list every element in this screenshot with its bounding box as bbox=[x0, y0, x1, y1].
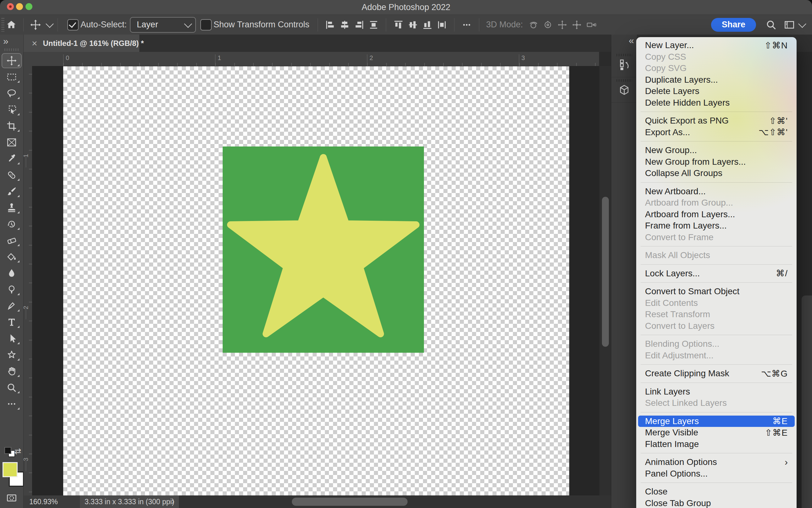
screen-mode-button[interactable] bbox=[0, 506, 23, 508]
align-right-edges-button[interactable] bbox=[352, 17, 366, 32]
align-top-edges-button[interactable] bbox=[391, 17, 406, 32]
history-panel-button[interactable] bbox=[611, 52, 637, 77]
menu-item-panel-options[interactable]: Panel Options... bbox=[638, 468, 795, 480]
distribute-horizontal-button[interactable] bbox=[366, 17, 381, 32]
tool-lasso[interactable] bbox=[0, 85, 23, 101]
vertical-scrollbar[interactable] bbox=[599, 66, 611, 496]
vertical-ruler[interactable]: 123 bbox=[24, 66, 32, 496]
tools-panel-grip[interactable] bbox=[4, 48, 19, 51]
menu-item-artboard-from-layers[interactable]: Artboard from Layers... bbox=[638, 209, 795, 220]
tool-zoom[interactable] bbox=[0, 379, 23, 396]
tool-eyedropper[interactable] bbox=[0, 151, 23, 167]
menu-item-link-layers[interactable]: Link Layers bbox=[638, 386, 795, 398]
expand-tools-icon[interactable]: » bbox=[3, 36, 7, 46]
menu-item-flatten-image[interactable]: Flatten Image bbox=[638, 438, 795, 450]
menu-item-collapse-all-groups[interactable]: Collapse All Groups bbox=[638, 168, 795, 179]
tool-clone-stamp[interactable] bbox=[0, 200, 23, 216]
menu-item-export-as[interactable]: Export As...⌥⇧⌘' bbox=[638, 127, 795, 138]
collapse-panels-icon[interactable]: « bbox=[628, 35, 633, 46]
menu-item-merge-visible[interactable]: Merge Visible⇧⌘E bbox=[638, 427, 795, 438]
menu-item-delete-hidden-layers[interactable]: Delete Hidden Layers bbox=[638, 97, 795, 109]
tool-move[interactable] bbox=[0, 52, 23, 69]
camera-3d-button[interactable] bbox=[584, 17, 599, 32]
roll-3d-button[interactable] bbox=[540, 17, 555, 32]
menu-item-create-clipping-mask[interactable]: Create Clipping Mask⌥⌘G bbox=[638, 368, 795, 379]
menu-item-new-artboard[interactable]: New Artboard... bbox=[638, 186, 795, 198]
document-tab-bar: × Untitled-1 @ 161% (RGB/8) * bbox=[24, 35, 611, 52]
foreground-color-swatch[interactable] bbox=[2, 462, 17, 477]
options-bar: Auto-Select: Layer Show Transform Contro… bbox=[0, 15, 812, 35]
quick-mask-button[interactable] bbox=[0, 490, 23, 506]
tool-gradient[interactable] bbox=[0, 249, 23, 265]
menu-item-lock-layers[interactable]: Lock Layers...⌘/ bbox=[638, 268, 795, 280]
menu-item-new-group-from-layers[interactable]: New Group from Layers... bbox=[638, 156, 795, 168]
window-title: Adobe Photoshop 2022 bbox=[0, 0, 812, 14]
menu-item-quick-export-as-png[interactable]: Quick Export as PNG⇧⌘' bbox=[638, 115, 795, 127]
document-tab[interactable]: × Untitled-1 @ 161% (RGB/8) * bbox=[24, 35, 139, 52]
swap-colors-icon[interactable]: ⇄ bbox=[14, 447, 22, 456]
menu-item-merge-layers[interactable]: Merge Layers⌘E bbox=[638, 416, 795, 427]
ruler-corner[interactable] bbox=[24, 52, 32, 66]
tool-brush[interactable] bbox=[0, 183, 23, 200]
menu-divider bbox=[641, 141, 792, 141]
orbit-3d-button[interactable] bbox=[526, 17, 540, 32]
status-options-chevron-icon[interactable]: › bbox=[171, 496, 174, 506]
default-colors-foreground-icon[interactable] bbox=[4, 447, 11, 454]
tool-crop[interactable] bbox=[0, 118, 23, 134]
tool-spot-healing-brush[interactable] bbox=[0, 167, 23, 183]
share-button[interactable]: Share bbox=[711, 18, 756, 32]
menu-divider bbox=[641, 453, 792, 453]
tool-pen[interactable] bbox=[0, 298, 23, 314]
tool-hand[interactable] bbox=[0, 363, 23, 379]
custom-shape-icon bbox=[6, 349, 17, 360]
menu-item-delete-layers[interactable]: Delete Layers bbox=[638, 85, 795, 97]
tool-path-selection[interactable] bbox=[0, 330, 23, 347]
tool-type[interactable] bbox=[0, 314, 23, 330]
auto-select-checkbox[interactable] bbox=[67, 19, 79, 31]
tool-object-selection[interactable] bbox=[0, 101, 23, 118]
home-icon[interactable] bbox=[4, 18, 18, 32]
workspace-icon[interactable] bbox=[782, 18, 796, 32]
tool-frame[interactable] bbox=[0, 134, 23, 151]
align-horizontal-centers-button[interactable] bbox=[337, 17, 352, 32]
tool-custom-shape[interactable] bbox=[0, 347, 23, 363]
tool-preset-chevron-icon[interactable] bbox=[46, 20, 53, 28]
show-transform-checkbox[interactable] bbox=[200, 19, 212, 31]
align-left-edges-button[interactable] bbox=[323, 17, 337, 32]
horizontal-scrollbar-thumb[interactable] bbox=[292, 498, 408, 506]
tool-blur[interactable] bbox=[0, 265, 23, 281]
menu-item-convert-to-smart-object[interactable]: Convert to Smart Object bbox=[638, 286, 795, 297]
vertical-scrollbar-thumb[interactable] bbox=[602, 197, 609, 347]
menu-item-frame-from-layers[interactable]: Frame from Layers... bbox=[638, 220, 795, 232]
zoom-level-field[interactable]: 160.93% bbox=[24, 496, 80, 508]
tool-history-brush[interactable] bbox=[0, 216, 23, 232]
menu-item-new-layer[interactable]: New Layer...⇧⌘N bbox=[638, 40, 795, 51]
menu-item-close[interactable]: Close bbox=[638, 486, 795, 498]
canvas-area[interactable] bbox=[32, 66, 599, 496]
star-artwork[interactable] bbox=[222, 146, 424, 353]
options-bar-grip[interactable] bbox=[1, 18, 4, 32]
distribute-vertical-button[interactable] bbox=[435, 17, 449, 32]
close-tab-icon[interactable]: × bbox=[32, 35, 37, 52]
align-bottom-edges-button[interactable] bbox=[420, 17, 435, 32]
menu-item-animation-options[interactable]: Animation Options› bbox=[638, 457, 795, 468]
horizontal-ruler[interactable]: 0123 bbox=[32, 52, 599, 66]
slide-3d-button[interactable] bbox=[570, 17, 584, 32]
more-align-options-button[interactable] bbox=[459, 17, 474, 32]
menu-item-new-group[interactable]: New Group... bbox=[638, 144, 795, 156]
document-size-status[interactable]: 3.333 in x 3.333 in (300 ppi) › bbox=[80, 496, 179, 508]
tool-rectangular-marquee[interactable] bbox=[0, 69, 23, 85]
menu-item-duplicate-layers[interactable]: Duplicate Layers... bbox=[638, 74, 795, 86]
auto-select-dropdown[interactable]: Layer bbox=[130, 17, 196, 33]
tool-dodge[interactable] bbox=[0, 281, 23, 298]
drag-3d-button[interactable] bbox=[555, 17, 570, 32]
3d-panel-button[interactable] bbox=[611, 77, 637, 103]
search-icon[interactable] bbox=[764, 18, 778, 32]
workspace-chevron-icon[interactable] bbox=[798, 20, 806, 28]
transparent-canvas[interactable] bbox=[63, 66, 569, 496]
align-vertical-centers-button[interactable] bbox=[406, 17, 420, 32]
tool-edit-toolbar[interactable] bbox=[0, 396, 23, 412]
menu-item-close-tab-group[interactable]: Close Tab Group bbox=[638, 498, 795, 508]
horizontal-scrollbar[interactable] bbox=[179, 496, 611, 508]
tool-eraser[interactable] bbox=[0, 232, 23, 249]
